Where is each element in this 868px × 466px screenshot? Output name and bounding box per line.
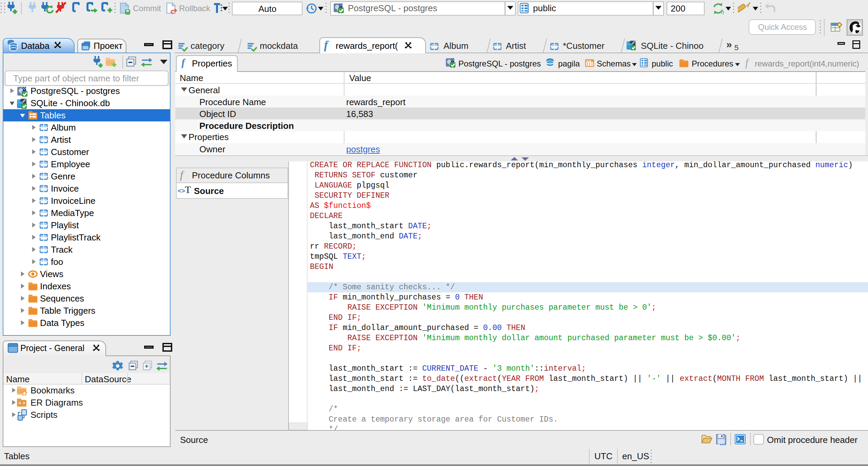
svg-text:f: f [180, 169, 184, 181]
svg-text:f: f [745, 57, 750, 69]
